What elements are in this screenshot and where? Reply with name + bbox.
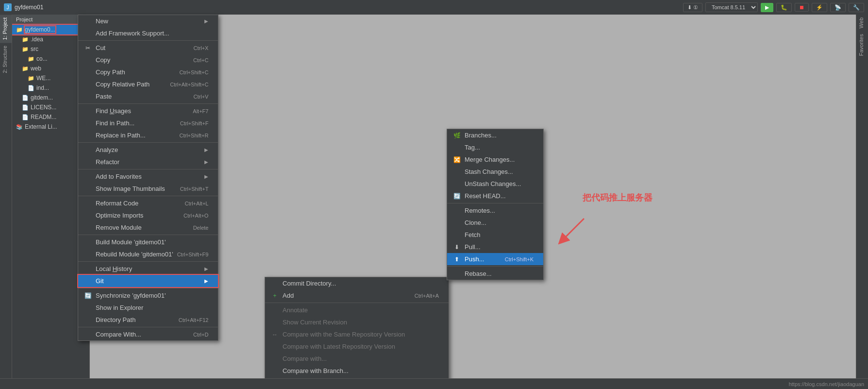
annotation-text: 把代码推上服务器	[583, 192, 652, 203]
sep6	[78, 235, 218, 235]
sep8	[78, 288, 218, 288]
menu-remove-module[interactable]: Remove Module Delete	[78, 221, 218, 234]
menu-copy-relative[interactable]: Copy Relative Path Ctrl+Alt+Shift+C	[78, 78, 218, 90]
menu-stash[interactable]: Stash Changes...	[447, 166, 543, 178]
menu-add[interactable]: + Add Ctrl+Alt+A	[265, 289, 449, 302]
menu-thumbnails[interactable]: Show Image Thumbnails Ctrl+Shift+T	[78, 183, 218, 195]
menu-dir-path[interactable]: Directory Path Ctrl+Alt+F12	[78, 314, 218, 326]
favorites-arrow: ▶	[204, 174, 208, 179]
title-bar: J gyfdemo01 ⬇ ① Tomcat 8.5.11 ▶ 🐛 ⏹ ⚡ 📡 …	[0, 0, 868, 15]
folder-icon-web: 📁	[22, 66, 29, 72]
extra-btn2[interactable]: 📡	[830, 3, 846, 12]
menu-remove-label: Remove Module	[96, 224, 189, 231]
extra-btn3[interactable]: 🔧	[849, 3, 864, 12]
menu-explorer-label: Show in Explorer	[96, 304, 208, 311]
menu-find-usages[interactable]: Find Usages Alt+F7	[78, 105, 218, 117]
menu-paste[interactable]: Paste Ctrl+V	[78, 90, 218, 102]
context-menu-git: Commit Directory... + Add Ctrl+Alt+A Ann…	[265, 277, 449, 389]
menu-history-label: Local History	[96, 265, 200, 272]
sep5	[78, 196, 218, 196]
menu-compare-same-label: Compare with the Same Repository Version	[283, 331, 439, 338]
sync-icon: 🔄	[84, 292, 92, 299]
menu-stash-label: Stash Changes...	[465, 168, 534, 175]
tree-label-co: co...	[36, 55, 48, 62]
menu-git[interactable]: Git ▶	[78, 275, 218, 287]
menu-reformat[interactable]: Reformat Code Ctrl+Alt+L	[78, 197, 218, 209]
vtab-web[interactable]: Web	[856, 15, 868, 31]
menu-unstash[interactable]: UnStash Changes...	[447, 178, 543, 190]
menu-git-label: Git	[96, 277, 200, 285]
tree-item-label: gyfdemo0...	[25, 26, 55, 33]
menu-unstash-label: UnStash Changes...	[465, 180, 534, 187]
right-vtabs: Web Favorites	[856, 15, 868, 378]
menu-replace[interactable]: Replace in Path... Ctrl+Shift+R	[78, 129, 218, 141]
find-shortcut: Alt+F7	[193, 108, 208, 114]
menu-local-history[interactable]: Local History ▶	[78, 263, 218, 275]
vtab-structure[interactable]: 2: Structure	[0, 43, 12, 76]
menu-merge[interactable]: 🔀 Merge Changes...	[447, 153, 543, 166]
push-shortcut: Ctrl+Shift+K	[505, 256, 534, 262]
branches-icon: 🌿	[453, 132, 461, 139]
menu-build[interactable]: Build Module 'gitdemo01'	[78, 236, 218, 248]
menu-clone[interactable]: Clone...	[447, 217, 543, 229]
reformat-shortcut: Ctrl+Alt+L	[185, 201, 209, 206]
menu-find-path-label: Find in Path...	[96, 119, 176, 127]
menu-rebuild[interactable]: Rebuild Module 'gitdemo01' Ctrl+Shift+F9	[78, 248, 218, 260]
menu-cut[interactable]: ✂ Cut Ctrl+X	[78, 42, 218, 54]
context-menu-main: New ▶ Add Framework Support... ✂ Cut Ctr…	[78, 15, 218, 341]
vtab-favorites[interactable]: Favorites	[856, 31, 868, 59]
debug-button[interactable]: 🐛	[776, 3, 792, 12]
menu-remotes[interactable]: Remotes...	[447, 204, 543, 217]
menu-revision-label: Show Current Revision	[283, 319, 439, 326]
run-button[interactable]: ▶	[761, 3, 773, 12]
menu-copy-label: Copy	[96, 56, 189, 64]
menu-show-revision: Show Current Revision	[265, 316, 449, 328]
stop-button[interactable]: ⏹	[795, 3, 809, 12]
menu-compare-branch[interactable]: Compare with Branch...	[265, 365, 449, 377]
menu-add-favorites[interactable]: Add to Favorites ▶	[78, 170, 218, 183]
menu-rebuild-label: Rebuild Module 'gitdemo01'	[96, 251, 173, 258]
menu-reset-label: Reset HEAD...	[465, 192, 534, 200]
menu-compare[interactable]: Compare With... Ctrl+D	[78, 328, 218, 340]
menu-optimize[interactable]: Optimize Imports Ctrl+Alt+O	[78, 209, 218, 221]
menu-pull[interactable]: ⬇ Pull...	[447, 241, 543, 253]
menu-fetch[interactable]: Fetch	[447, 229, 543, 241]
menu-refactor[interactable]: Refactor ▶	[78, 156, 218, 168]
sep3	[78, 142, 218, 143]
folder-icon-src: 📁	[22, 46, 29, 52]
download-btn[interactable]: ⬇ ①	[683, 3, 702, 12]
menu-push[interactable]: ⬆ Push... Ctrl+Shift+K	[447, 253, 543, 265]
menu-framework-label: Add Framework Support...	[96, 30, 208, 37]
copy-path-shortcut: Ctrl+Shift+C	[180, 69, 209, 75]
vtab-project[interactable]: 1: Project	[0, 15, 12, 43]
menu-analyze[interactable]: Analyze ▶	[78, 144, 218, 156]
menu-show-explorer[interactable]: Show in Explorer	[78, 302, 218, 314]
new-arrow: ▶	[204, 18, 208, 24]
bottom-url: https://blog.csdn.net/jiaodaguan	[789, 381, 864, 387]
tree-label-web: web	[31, 65, 41, 72]
menu-rebase[interactable]: Rebase...	[447, 268, 543, 280]
context-menu-repo: 🌿 Branches... Tag... 🔀 Merge Changes... …	[447, 129, 544, 280]
toolbar: ⬇ ① Tomcat 8.5.11 ▶ 🐛 ⏹ ⚡ 📡 🔧	[683, 2, 864, 12]
menu-branches[interactable]: 🌿 Branches...	[447, 129, 543, 141]
file-icon-ind: 📄	[28, 85, 34, 91]
menu-favorites-label: Add to Favorites	[96, 173, 200, 180]
menu-commit-dir[interactable]: Commit Directory...	[265, 277, 449, 289]
tree-label-we: WE...	[36, 75, 50, 82]
menu-new[interactable]: New ▶	[78, 15, 218, 27]
tree-label-ind: ind...	[36, 85, 49, 91]
menu-add-framework[interactable]: Add Framework Support...	[78, 27, 218, 39]
sep1	[78, 40, 218, 41]
menu-sync[interactable]: 🔄 Synchronize 'gyfdemo01'	[78, 289, 218, 302]
menu-clone-label: Clone...	[465, 219, 534, 226]
menu-tag[interactable]: Tag...	[447, 141, 543, 153]
extra-btn1[interactable]: ⚡	[812, 3, 827, 12]
tomcat-selector[interactable]: Tomcat 8.5.11	[705, 2, 758, 12]
menu-copy-path[interactable]: Copy Path Ctrl+Shift+C	[78, 66, 218, 78]
menu-analyze-label: Analyze	[96, 146, 200, 153]
menu-paste-label: Paste	[96, 93, 190, 100]
menu-find-path[interactable]: Find in Path... Ctrl+Shift+F	[78, 117, 218, 129]
menu-copy[interactable]: Copy Ctrl+C	[78, 54, 218, 66]
tree-label-idea: .idea	[31, 36, 43, 43]
menu-reset-head[interactable]: 🔄 Reset HEAD...	[447, 190, 543, 202]
